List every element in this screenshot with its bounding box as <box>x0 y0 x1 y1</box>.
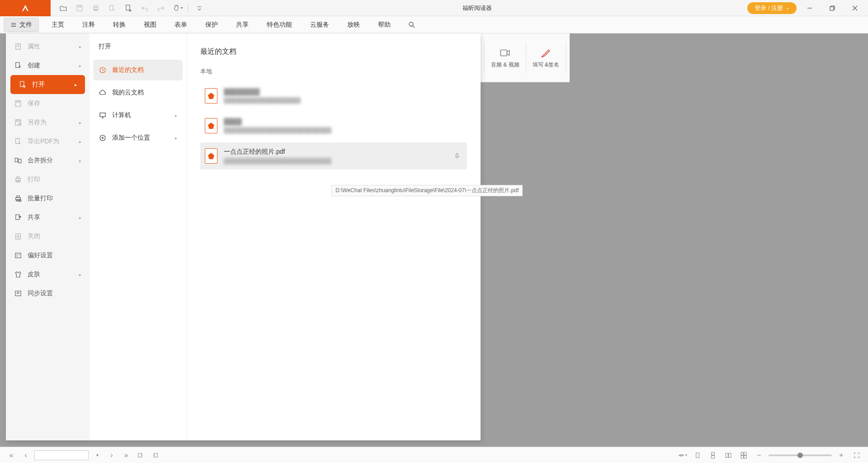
page-dropdown-icon[interactable]: ▾ <box>91 449 103 461</box>
app-logo[interactable] <box>0 0 51 16</box>
send-icon[interactable] <box>105 2 119 14</box>
quick-access-toolbar: ▾ <box>51 2 207 14</box>
qat-more-icon[interactable] <box>192 2 207 14</box>
audio-video-button[interactable]: 音频 & 视频 <box>486 45 524 71</box>
facing-page-icon[interactable] <box>722 449 734 461</box>
nav-forward-icon[interactable] <box>149 449 161 461</box>
ribbon-tabs: 主页注释转换视图表单保护共享特色功能云服务放映帮助 <box>42 16 400 33</box>
save-icon[interactable] <box>72 2 87 14</box>
file-menu-item[interactable]: 批量打印 <box>6 189 90 208</box>
nav-back-icon[interactable] <box>135 449 146 461</box>
recent-document-item[interactable]: 一点点正经的照片.pdf████████████████████████████ <box>200 142 467 170</box>
open-source-item[interactable]: 最近的文档 <box>93 60 183 80</box>
file-tab[interactable]: 文件 <box>4 18 39 32</box>
path-tooltip: D:\WeChat Files\zhuanglinlu\FileStorage\… <box>331 185 523 196</box>
file-menu-item[interactable]: 共享▸ <box>6 208 90 227</box>
statusbar: « ‹ ▾ › » ▾ − + <box>0 447 868 463</box>
undo-icon[interactable] <box>137 2 152 14</box>
zoom-slider[interactable] <box>769 454 832 456</box>
pdf-file-icon <box>205 148 217 164</box>
ribbon: 文件 主页注释转换视图表单保护共享特色功能云服务放映帮助 <box>0 16 868 33</box>
file-menu-item: 另存为▸ <box>6 113 90 132</box>
minimize-button[interactable] <box>800 2 819 14</box>
svg-rect-38 <box>696 453 699 458</box>
open-source-item[interactable]: 计算机▸ <box>93 105 183 126</box>
pdf-file-icon <box>205 88 217 104</box>
ribbon-tab[interactable]: 表单 <box>165 16 196 33</box>
maximize-button[interactable] <box>823 2 842 14</box>
single-page-icon[interactable] <box>692 449 703 461</box>
continuous-page-icon[interactable] <box>707 449 719 461</box>
pdf-file-icon <box>205 118 217 133</box>
svg-rect-9 <box>501 50 507 56</box>
svg-rect-14 <box>17 101 19 103</box>
open-icon[interactable] <box>56 2 71 14</box>
file-menu-item: 属性▸ <box>6 37 90 56</box>
fill-sign-button[interactable]: 填写 &签名 <box>528 45 564 71</box>
svg-point-8 <box>409 22 413 26</box>
svg-rect-16 <box>17 120 19 122</box>
svg-rect-19 <box>15 158 18 162</box>
file-menu-item[interactable]: 合并拆分▸ <box>6 151 90 170</box>
open-submenu: 打开 最近的文档我的云文档计算机▸添加一个位置▸ <box>90 33 187 440</box>
svg-rect-0 <box>77 5 82 11</box>
zoom-in-button[interactable]: + <box>835 449 847 461</box>
ribbon-tab[interactable]: 特色功能 <box>258 16 301 33</box>
ribbon-tab[interactable]: 共享 <box>227 16 258 33</box>
first-page-button[interactable]: « <box>5 449 17 461</box>
ribbon-tab[interactable]: 云服务 <box>301 16 338 33</box>
ribbon-tab[interactable]: 视图 <box>135 16 165 33</box>
prev-page-button[interactable]: ‹ <box>20 449 32 461</box>
file-menu-item[interactable]: 创建▸ <box>6 56 90 75</box>
file-menu-item[interactable]: 同步设置 <box>6 284 90 303</box>
pin-icon[interactable] <box>452 151 462 161</box>
view-mode-icon[interactable]: ▾ <box>676 449 688 461</box>
close-button[interactable] <box>845 2 864 14</box>
titlebar: ▾ 福昕阅读器 登录 / 注册⌄ <box>0 0 868 16</box>
new-doc-icon[interactable] <box>121 2 136 14</box>
ribbon-tab[interactable]: 注释 <box>73 16 104 33</box>
ribbon-tab[interactable]: 主页 <box>42 16 73 33</box>
login-button[interactable]: 登录 / 注册⌄ <box>747 2 797 14</box>
svg-rect-41 <box>726 453 728 457</box>
svg-rect-36 <box>154 454 157 457</box>
svg-rect-31 <box>15 291 21 296</box>
svg-rect-5 <box>110 5 113 10</box>
open-source-item[interactable]: 我的云文档 <box>93 82 183 103</box>
file-menu-item[interactable]: 偏好设置 <box>6 246 90 265</box>
ribbon-tab[interactable]: 转换 <box>104 16 135 33</box>
next-page-button[interactable]: › <box>106 449 118 461</box>
recent-documents-panel: 最近的文档 本地 ███████████████████████████████… <box>187 33 481 440</box>
svg-rect-13 <box>15 101 21 106</box>
recent-document-item[interactable]: ████████████████████████████ <box>200 83 467 109</box>
svg-rect-25 <box>17 196 19 198</box>
open-submenu-title: 打开 <box>93 43 183 60</box>
svg-point-17 <box>19 123 21 126</box>
file-menu-item[interactable]: 皮肤▸ <box>6 265 90 284</box>
svg-rect-42 <box>729 453 731 457</box>
recent-section-local: 本地 <box>200 67 467 76</box>
svg-rect-44 <box>744 452 746 455</box>
last-page-button[interactable]: » <box>120 449 132 461</box>
fullscreen-button[interactable] <box>851 449 863 461</box>
continuous-facing-icon[interactable] <box>738 449 750 461</box>
ribbon-tab[interactable]: 帮助 <box>369 16 400 33</box>
ribbon-tab[interactable]: 放映 <box>338 16 369 33</box>
redo-icon[interactable] <box>154 2 168 14</box>
print-icon[interactable] <box>89 2 103 14</box>
zoom-out-button[interactable]: − <box>753 449 765 461</box>
svg-rect-7 <box>830 7 834 10</box>
ribbon-tab[interactable]: 保护 <box>196 16 227 33</box>
file-menu-item: 打印 <box>6 170 90 189</box>
search-icon[interactable] <box>405 18 419 32</box>
open-source-item[interactable]: 添加一个位置▸ <box>93 128 183 148</box>
svg-rect-3 <box>94 5 97 7</box>
svg-rect-35 <box>138 454 142 457</box>
recent-document-item[interactable]: ████████████████████████████████ <box>200 113 467 139</box>
svg-rect-1 <box>78 5 81 7</box>
page-input[interactable] <box>34 450 89 460</box>
hand-icon[interactable]: ▾ <box>170 2 184 14</box>
file-menu-item[interactable]: 打开▸ <box>10 75 85 94</box>
recent-title: 最近的文档 <box>200 47 467 57</box>
svg-rect-43 <box>741 452 743 455</box>
